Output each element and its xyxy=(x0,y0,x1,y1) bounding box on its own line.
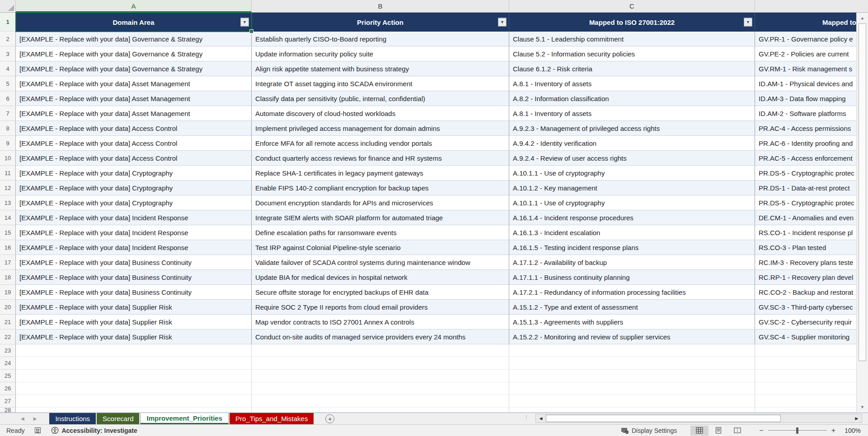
cell[interactable]: Enforce MFA for all remote access includ… xyxy=(252,136,509,151)
display-settings-button[interactable]: Display Settings xyxy=(621,427,677,434)
cell[interactable]: [EXAMPLE - Replace with your data] Gover… xyxy=(16,46,252,61)
cell[interactable]: [EXAMPLE - Replace with your data] Incid… xyxy=(16,210,252,225)
cell[interactable]: A.9.2.4 - Review of user access rights xyxy=(509,151,755,166)
cell[interactable]: Replace SHA-1 certificates in legacy pay… xyxy=(252,166,509,181)
cell[interactable]: PR.DS-5 - Cryptographic protec xyxy=(755,195,856,210)
scroll-up-icon[interactable]: ▲ xyxy=(858,14,867,22)
cell[interactable]: A.10.1.2 - Key management xyxy=(509,181,755,195)
horizontal-scroll-thumb[interactable] xyxy=(546,415,781,422)
cell[interactable] xyxy=(509,344,755,357)
tab-scorecard[interactable]: Scorecard xyxy=(97,413,139,424)
zoom-level[interactable]: 100% xyxy=(842,427,861,434)
page-break-preview-button[interactable] xyxy=(728,426,746,436)
cell[interactable]: A.8.1 - Inventory of assets xyxy=(509,106,755,121)
row-number-13[interactable]: 13 xyxy=(0,195,16,210)
row-number-26[interactable]: 26 xyxy=(0,382,16,395)
row-number-4[interactable]: 4 xyxy=(0,61,16,76)
cell[interactable]: [EXAMPLE - Replace with your data] Suppl… xyxy=(16,300,252,315)
cell[interactable] xyxy=(755,370,856,382)
cell[interactable]: A.17.1.1 - Business continuity planning xyxy=(509,270,755,285)
cell[interactable]: Define escalation paths for ransomware e… xyxy=(252,225,509,240)
tab-scrollbar-splitter[interactable]: ⁞ xyxy=(525,414,527,421)
cell[interactable]: PR.DS-1 - Data-at-rest protect xyxy=(755,181,856,195)
cell[interactable]: A.10.1.1 - Use of cryptography xyxy=(509,166,755,181)
cell[interactable]: Document encryption standards for APIs a… xyxy=(252,195,509,210)
cell[interactable]: Clause 5.2 - Information security polici… xyxy=(509,46,755,61)
cell[interactable]: RC.RP-1 - Recovery plan devel xyxy=(755,270,856,285)
row-number-14[interactable]: 14 xyxy=(0,210,16,225)
cell[interactable] xyxy=(509,370,755,382)
cell[interactable] xyxy=(252,382,509,395)
cell[interactable] xyxy=(509,395,755,408)
cell[interactable]: [EXAMPLE - Replace with your data] Incid… xyxy=(16,225,252,240)
cell[interactable]: ID.AM-1 - Physical devices and xyxy=(755,76,856,91)
horizontal-scrollbar[interactable]: ◀ ▶ xyxy=(535,414,862,423)
cell[interactable]: Establish quarterly CISO-to-Board report… xyxy=(252,32,509,46)
cell[interactable]: RC.IM-3 - Recovery plans teste xyxy=(755,255,856,270)
cell[interactable]: ID.AM-3 - Data flow mapping xyxy=(755,91,856,106)
cell[interactable]: GV.RM-1 - Risk management s xyxy=(755,61,856,76)
tab-instructions[interactable]: Instructions xyxy=(49,413,96,424)
zoom-slider[interactable] xyxy=(768,427,827,434)
filter-dropdown-icon[interactable]: ▼ xyxy=(744,18,752,27)
cell[interactable]: RS.CO-3 - Plan tested xyxy=(755,240,856,255)
cell[interactable]: [EXAMPLE - Replace with your data] Busin… xyxy=(16,255,252,270)
row-number-15[interactable]: 15 xyxy=(0,225,16,240)
cell[interactable] xyxy=(252,344,509,357)
cell[interactable]: [EXAMPLE - Replace with your data] Suppl… xyxy=(16,315,252,329)
cell[interactable] xyxy=(16,395,252,408)
row-number-5[interactable]: 5 xyxy=(0,76,16,91)
column-header-A[interactable]: A xyxy=(16,0,252,12)
tab-pro-tips-and-mistakes[interactable]: Pro_Tips_and_Mistakes xyxy=(230,413,314,424)
cell[interactable]: A.15.1.2 - Type and extent of assessment xyxy=(509,300,755,315)
zoom-in-button[interactable]: + xyxy=(831,427,835,435)
cell[interactable]: Test IRP against Colonial Pipeline-style… xyxy=(252,240,509,255)
cell[interactable]: GV.SC-2 - Cybersecurity requir xyxy=(755,315,856,329)
cell[interactable]: [EXAMPLE - Replace with your data] Asset… xyxy=(16,106,252,121)
cell[interactable] xyxy=(755,408,856,413)
zoom-out-button[interactable]: − xyxy=(759,427,763,435)
table-header-cell[interactable]: Domain Area▼ xyxy=(16,13,252,32)
row-number-11[interactable]: 11 xyxy=(0,166,16,181)
cell[interactable]: [EXAMPLE - Replace with your data] Busin… xyxy=(16,285,252,300)
row-number-8[interactable]: 8 xyxy=(0,121,16,136)
cell[interactable]: Secure offsite storage for encrypted bac… xyxy=(252,285,509,300)
cell[interactable]: [EXAMPLE - Replace with your data] Incid… xyxy=(16,240,252,255)
cell[interactable]: ID.AM-2 - Software platforms xyxy=(755,106,856,121)
cell[interactable]: A.8.2 - Information classification xyxy=(509,91,755,106)
cell[interactable]: Implement privileged access management f… xyxy=(252,121,509,136)
cell[interactable]: Integrate OT asset tagging into SCADA en… xyxy=(252,76,509,91)
row-number-17[interactable]: 17 xyxy=(0,255,16,270)
cell[interactable] xyxy=(16,382,252,395)
normal-view-button[interactable] xyxy=(690,426,708,436)
zoom-slider-thumb[interactable] xyxy=(796,427,798,434)
cell[interactable]: A.16.1.3 - Incident escalation xyxy=(509,225,755,240)
cell[interactable]: [EXAMPLE - Replace with your data] Busin… xyxy=(16,270,252,285)
cell[interactable]: [EXAMPLE - Replace with your data] Asset… xyxy=(16,76,252,91)
row-number-7[interactable]: 7 xyxy=(0,106,16,121)
cell[interactable]: [EXAMPLE - Replace with your data] Gover… xyxy=(16,61,252,76)
cell[interactable] xyxy=(16,370,252,382)
cell[interactable] xyxy=(252,408,509,413)
cell[interactable]: PR.AC-5 - Access enforcement xyxy=(755,151,856,166)
cell[interactable] xyxy=(755,357,856,370)
cell[interactable]: PR.AC-6 - Identity proofing and xyxy=(755,136,856,151)
cell[interactable]: Align risk appetite statement with busin… xyxy=(252,61,509,76)
cell[interactable] xyxy=(509,357,755,370)
cell[interactable]: Enable FIPS 140-2 compliant encryption f… xyxy=(252,181,509,195)
tab-nav-right-icon[interactable]: ▶ xyxy=(33,416,37,421)
cell[interactable]: A.15.2.2 - Monitoring and review of supp… xyxy=(509,329,755,344)
row-number-19[interactable]: 19 xyxy=(0,285,16,300)
column-header-D[interactable]: D xyxy=(755,0,868,12)
row-number-23[interactable]: 23 xyxy=(0,344,16,357)
cell[interactable] xyxy=(755,382,856,395)
row-number-2[interactable]: 2 xyxy=(0,32,16,46)
cell[interactable]: [EXAMPLE - Replace with your data] Gover… xyxy=(16,32,252,46)
column-header-B[interactable]: B xyxy=(252,0,509,12)
tab-improvement-priorities[interactable]: Improvement_Priorities xyxy=(140,413,229,424)
cell[interactable]: Conduct quarterly access reviews for fin… xyxy=(252,151,509,166)
cell[interactable]: A.16.1.5 - Testing incident response pla… xyxy=(509,240,755,255)
cell[interactable]: PR.AC-4 - Access permissions xyxy=(755,121,856,136)
cell[interactable] xyxy=(509,408,755,413)
cell[interactable]: A.10.1.1 - Use of cryptography xyxy=(509,195,755,210)
